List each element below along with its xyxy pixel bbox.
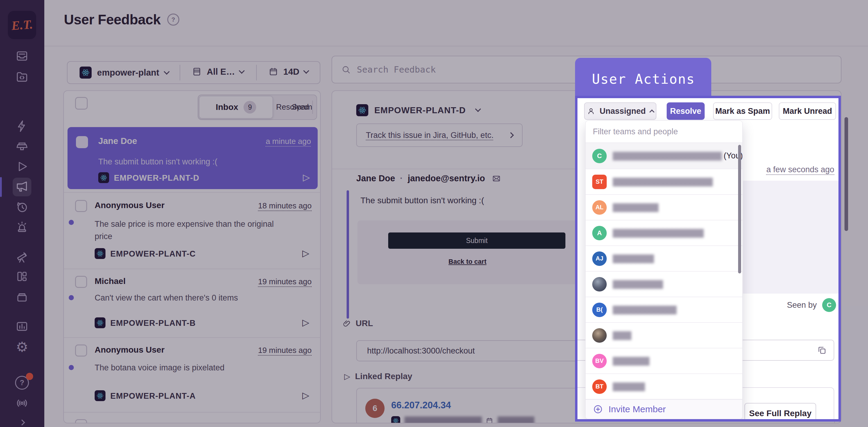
app-root: E.T.	[0, 0, 868, 427]
member-avatar: BV	[592, 354, 607, 368]
assignee-label: Unassigned	[599, 107, 646, 116]
user-actions-title: User Actions	[592, 71, 695, 87]
member-avatar: C	[592, 149, 607, 163]
dropdown-scrollbar-thumb[interactable]	[738, 145, 741, 273]
member-row[interactable]: BV ████████	[586, 348, 742, 373]
member-row[interactable]: AL ██████████	[586, 194, 742, 220]
member-name-censored: ██████████████	[613, 306, 676, 314]
member-avatar: ST	[592, 175, 607, 189]
invite-member-row[interactable]: Invite Member	[586, 399, 742, 419]
member-row[interactable]: BT ███████	[586, 373, 742, 399]
member-name-censored: ██████████	[613, 203, 658, 212]
member-row[interactable]: AJ █████████	[586, 245, 742, 271]
user-actions-tab: User Actions	[575, 58, 711, 100]
member-row[interactable]: ███████████	[586, 271, 742, 297]
seen-by-label: Seen by	[787, 300, 817, 310]
member-photo-avatar	[592, 277, 607, 292]
see-full-replay-button[interactable]: See Full Replay	[744, 403, 816, 422]
user-actions-popup: Unassigned Resolve Mark as Spam Mark Unr…	[575, 96, 841, 422]
seen-by-avatar: C	[822, 298, 836, 312]
member-name-censored: ███████████	[613, 280, 662, 289]
member-avatar: A	[592, 226, 607, 240]
circle-plus-icon	[593, 404, 603, 414]
message-card-fragment	[743, 181, 841, 294]
member-photo-avatar	[592, 328, 607, 343]
member-avatar: AJ	[592, 252, 607, 266]
member-name-censored: ████████	[613, 357, 649, 365]
member-name-censored: ████████████████████	[613, 229, 703, 237]
member-row[interactable]: A ████████████████████	[586, 220, 742, 245]
member-name-censored: ██████████████████████	[613, 178, 712, 186]
copy-icon[interactable]	[817, 345, 827, 355]
assignee-dropdown-panel: C ████████████████████████ (You) ST ████…	[585, 121, 743, 419]
member-row[interactable]: C ████████████████████████ (You)	[586, 143, 742, 169]
member-avatar: AL	[592, 200, 607, 215]
member-row[interactable]: B( ██████████████	[586, 297, 742, 322]
member-avatar: BT	[592, 380, 607, 394]
person-icon	[587, 107, 595, 115]
member-avatar: B(	[592, 303, 607, 317]
filter-input-wrap[interactable]	[586, 121, 742, 143]
invite-member-label: Invite Member	[609, 404, 666, 414]
mark-as-spam-button[interactable]: Mark as Spam	[713, 102, 772, 120]
member-row[interactable]: ████	[586, 322, 742, 348]
member-row[interactable]: ST ██████████████████████	[586, 169, 742, 194]
member-name-censored: ████████████████████████	[613, 152, 721, 160]
member-name-censored: █████████	[613, 255, 653, 263]
assignee-dropdown-button[interactable]: Unassigned	[584, 102, 656, 120]
filter-teams-input[interactable]	[593, 127, 725, 136]
member-name-censored: ███████	[613, 383, 644, 391]
mark-unread-button[interactable]: Mark Unread	[779, 102, 836, 120]
member-name-censored: ████	[613, 331, 631, 340]
seen-by-row: Seen by C	[787, 298, 836, 312]
chevron-up-icon	[649, 109, 654, 115]
resolve-button[interactable]: Resolve	[667, 102, 705, 120]
feedback-timestamp[interactable]: a few seconds ago	[767, 165, 834, 174]
